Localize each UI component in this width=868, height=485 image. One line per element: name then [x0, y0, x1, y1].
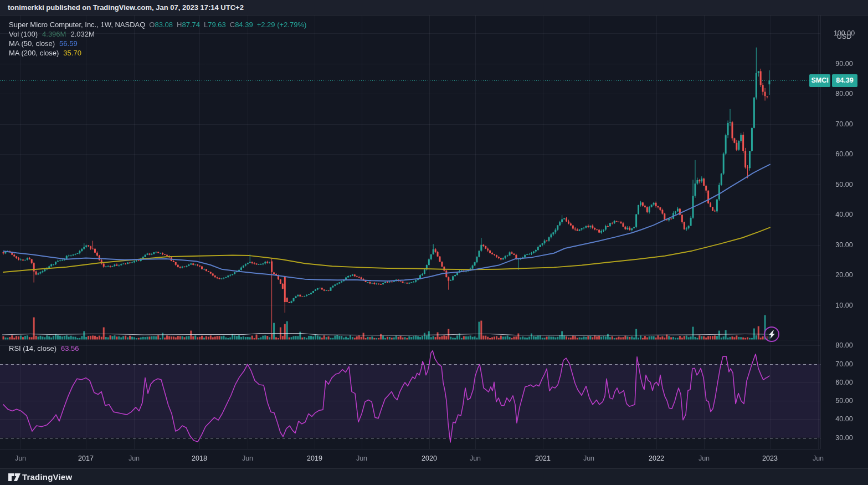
price-axis-label: 40.00	[821, 210, 867, 219]
chart-canvas[interactable]	[0, 0, 868, 485]
tradingview-logo-icon	[8, 473, 21, 482]
time-axis-label: Jun	[583, 454, 594, 463]
volume-value: 4.396M	[42, 30, 66, 38]
time-axis-label: 2017	[78, 454, 94, 463]
rsi-axis-label: 70.00	[821, 360, 867, 369]
ma50-value: 56.59	[59, 39, 78, 48]
time-axis-label: Jun	[15, 454, 26, 463]
time-axis-label: Jun	[356, 454, 367, 463]
symbol-badge: SMCI	[809, 74, 830, 87]
rsi-axis-label: 50.00	[821, 396, 867, 405]
main-legend[interactable]: Super Micro Computer, Inc., 1W, NASDAQO8…	[9, 20, 306, 58]
symbol-legend-row[interactable]: Super Micro Computer, Inc., 1W, NASDAQO8…	[9, 20, 306, 29]
ma50-legend-row[interactable]: MA (50, close)56.59	[9, 39, 306, 48]
tradingview-published-chart: tonimerkki published on TradingView.com,…	[0, 0, 868, 485]
price-axis-label: 90.00	[821, 59, 867, 68]
ma200-legend-row[interactable]: MA (200, close)35.70	[9, 48, 306, 58]
close-value: 84.39	[235, 21, 253, 29]
time-axis-label: 2019	[307, 454, 322, 463]
time-axis-label: 2020	[422, 454, 437, 463]
price-axis-label: 100.00	[821, 29, 867, 38]
rsi-axis-label: 60.00	[821, 378, 867, 387]
time-axis-label: 2021	[535, 454, 551, 463]
rsi-axis-label: 30.00	[821, 433, 867, 442]
time-axis[interactable]: Jun2017Jun2018Jun2019Jun2020Jun2021Jun20…	[0, 449, 820, 469]
open-label: O	[149, 21, 155, 29]
footer-bar: TradingView	[0, 468, 868, 485]
publish-info-text: tonimerkki published on TradingView.com,…	[8, 0, 244, 16]
ma50-label: MA (50, close)	[9, 39, 55, 48]
time-axis-label: Jun	[698, 454, 710, 463]
low-value: 79.63	[208, 21, 226, 29]
rsi-axis-label: 80.00	[821, 341, 867, 350]
ma200-label: MA (200, close)	[9, 49, 59, 57]
volume-ma-value: 2.032M	[70, 30, 94, 38]
lightning-bolt-icon	[764, 326, 779, 342]
time-axis-label: 2023	[762, 454, 778, 463]
pane-divider[interactable]	[0, 340, 820, 340]
price-axis-label: 70.00	[821, 120, 867, 129]
rsi-legend-row[interactable]: RSI (14, close)63.56	[9, 344, 79, 353]
publish-info-bar: tonimerkki published on TradingView.com,…	[0, 0, 868, 16]
time-axis-label: Jun	[470, 454, 481, 463]
price-axis-label: 10.00	[821, 301, 867, 310]
last-price-badge: 84.39	[832, 74, 857, 87]
time-axis-label: Jun	[242, 454, 253, 463]
price-axis-label: 60.00	[821, 150, 867, 159]
price-axis-label: 20.00	[821, 270, 867, 279]
price-axis-label: 80.00	[821, 89, 867, 98]
rsi-axis-label: 40.00	[821, 415, 867, 423]
price-axis-label: 30.00	[821, 241, 867, 249]
volume-legend-row[interactable]: Vol (100)4.396M2.032M	[9, 29, 306, 39]
time-axis-label: 2018	[192, 454, 207, 463]
rsi-value: 63.56	[61, 344, 79, 353]
volume-label: Vol (100)	[9, 30, 38, 38]
time-axis-label: Jun	[813, 454, 824, 463]
tradingview-wordmark[interactable]: TradingView	[22, 469, 72, 485]
close-label: C	[230, 21, 235, 29]
rsi-label: RSI (14, close)	[9, 344, 57, 353]
ma200-value: 35.70	[63, 49, 81, 57]
open-value: 83.08	[155, 21, 173, 29]
high-value: 87.74	[182, 21, 200, 29]
change-value: +2.29 (+2.79%)	[257, 21, 307, 29]
price-axis-label: 50.00	[821, 180, 867, 189]
time-axis-label: Jun	[129, 454, 140, 463]
symbol-title: Super Micro Computer, Inc., 1W, NASDAQ	[9, 21, 145, 29]
time-axis-label: 2022	[649, 454, 664, 463]
high-label: H	[177, 21, 182, 29]
